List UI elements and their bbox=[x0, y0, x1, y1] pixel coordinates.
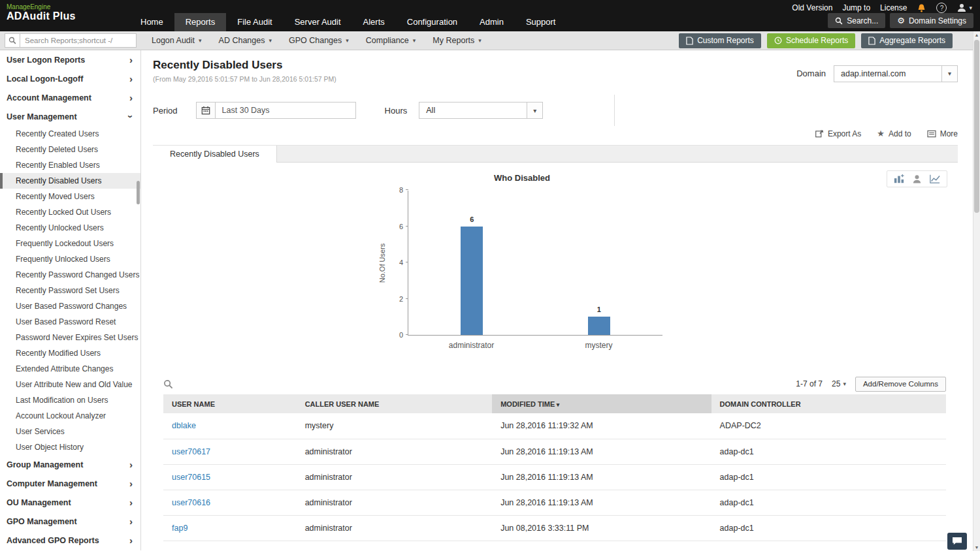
sidebar-item-frequently-unlocked-users[interactable]: Frequently Unlocked Users bbox=[0, 251, 140, 267]
tab-recently-disabled-users[interactable]: Recently Disabled Users bbox=[153, 146, 277, 163]
more-button[interactable]: More bbox=[927, 129, 958, 138]
sidebar-item-user-object-history[interactable]: User Object History bbox=[0, 439, 140, 455]
sidebar-item-frequently-lockedout-users[interactable]: Frequently Lockedout Users bbox=[0, 236, 140, 251]
sidebar-item-recently-locked-out-users[interactable]: Recently Locked Out Users bbox=[0, 204, 140, 220]
sidebar-scrollbar[interactable] bbox=[137, 181, 140, 204]
sidebar-item-user-services[interactable]: User Services bbox=[0, 424, 140, 439]
aggregate-reports-button[interactable]: Aggregate Reports bbox=[861, 33, 953, 48]
aggregate-reports-label: Aggregate Reports bbox=[879, 36, 945, 45]
main-content: Recently Disabled Users (From May 29,201… bbox=[141, 50, 980, 550]
live-chat-button[interactable] bbox=[947, 533, 967, 550]
menu-compliance[interactable]: Compliance▾ bbox=[357, 36, 425, 45]
domain-settings-label: Domain Settings bbox=[909, 16, 966, 25]
nav-tab-server-audit[interactable]: Server Audit bbox=[284, 13, 352, 31]
y-tick-label: 6 bbox=[399, 223, 403, 230]
cell-user-name[interactable]: user70616 bbox=[163, 490, 297, 515]
sidebar-group-other-ad-object-changes[interactable]: Other AD Object Changes› bbox=[0, 550, 140, 550]
add-to-button[interactable]: ★ Add to bbox=[877, 129, 911, 138]
line-chart-icon[interactable] bbox=[929, 174, 941, 184]
search-icon[interactable] bbox=[5, 33, 20, 48]
cell-user-name[interactable]: user70617 bbox=[163, 439, 297, 464]
sidebar-group-advanced-gpo-reports[interactable]: Advanced GPO Reports› bbox=[0, 531, 140, 550]
custom-reports-button[interactable]: Custom Reports bbox=[679, 33, 761, 48]
nav-tab-admin[interactable]: Admin bbox=[468, 13, 515, 31]
nav-tab-home[interactable]: Home bbox=[129, 13, 174, 31]
chart-bar[interactable] bbox=[588, 317, 610, 335]
sidebar-group-computer-management[interactable]: Computer Management› bbox=[0, 474, 140, 493]
cell-modified-time: Jun 28,2016 11:19:13 AM bbox=[492, 439, 711, 464]
top-link-jump-to[interactable]: Jump to bbox=[842, 3, 870, 12]
cell-user-name[interactable]: fap9 bbox=[163, 515, 297, 541]
sidebar-item-user-attribute-new-and-old-value[interactable]: User Attribute New and Old Value bbox=[0, 377, 140, 392]
sidebar-group-gpo-management[interactable]: GPO Management› bbox=[0, 512, 140, 531]
scroll-up-icon[interactable]: ▲ bbox=[973, 31, 980, 39]
nav-tab-support[interactable]: Support bbox=[515, 13, 567, 31]
table-toolbar: 1-7 of 7 25 ▾ Add/Remove Columns bbox=[163, 373, 946, 394]
user-account-menu[interactable]: ▾ bbox=[956, 3, 972, 13]
global-search-button[interactable]: Search... bbox=[828, 13, 885, 28]
chart-bar[interactable] bbox=[461, 227, 483, 336]
bar-chart-icon[interactable] bbox=[893, 174, 905, 184]
page-scrollbar[interactable]: ▲ ▼ bbox=[973, 31, 980, 551]
domain-settings-button[interactable]: ⚙ Domain Settings bbox=[890, 13, 973, 28]
column-header-user-name[interactable]: USER NAME bbox=[163, 394, 297, 413]
sidebar-group-user-logon-reports[interactable]: User Logon Reports› bbox=[0, 50, 140, 69]
report-search-input[interactable] bbox=[20, 33, 137, 48]
nav-tab-reports[interactable]: Reports bbox=[174, 13, 227, 31]
period-input[interactable]: Last 30 Days bbox=[216, 102, 356, 119]
sidebar-item-recently-password-set-users[interactable]: Recently Password Set Users bbox=[0, 283, 140, 298]
sidebar-item-recently-password-changed-users[interactable]: Recently Password Changed Users bbox=[0, 267, 140, 283]
help-icon[interactable]: ? bbox=[936, 3, 947, 13]
sidebar-item-recently-modified-users[interactable]: Recently Modified Users bbox=[0, 345, 140, 361]
main-nav: HomeReportsFile AuditServer AuditAlertsC… bbox=[129, 13, 567, 31]
menu-my-reports[interactable]: My Reports▾ bbox=[424, 36, 489, 45]
nav-tab-alerts[interactable]: Alerts bbox=[352, 13, 396, 31]
column-header-domain-controller[interactable]: DOMAIN CONTROLLER bbox=[711, 394, 946, 413]
sidebar-item-account-lockout-analyzer[interactable]: Account Lockout Analyzer bbox=[0, 408, 140, 424]
sidebar-item-user-based-password-changes[interactable]: User Based Password Changes bbox=[0, 298, 140, 314]
sidebar-group-group-management[interactable]: Group Management› bbox=[0, 455, 140, 474]
menu-ad-changes[interactable]: AD Changes▾ bbox=[210, 36, 280, 45]
table-row: user70617administratorJun 28,2016 11:19:… bbox=[163, 439, 946, 464]
top-link-license[interactable]: License bbox=[880, 3, 907, 12]
scrollbar-thumb[interactable] bbox=[974, 40, 979, 213]
add-remove-columns-button[interactable]: Add/Remove Columns bbox=[855, 377, 946, 392]
cell-user-name[interactable]: user70615 bbox=[163, 464, 297, 490]
nav-tab-file-audit[interactable]: File Audit bbox=[226, 13, 283, 31]
notification-bell-icon[interactable] bbox=[917, 3, 926, 13]
sidebar-item-recently-unlocked-users[interactable]: Recently Unlocked Users bbox=[0, 220, 140, 236]
menu-gpo-changes[interactable]: GPO Changes▾ bbox=[280, 36, 357, 45]
top-link-old-version[interactable]: Old Version bbox=[792, 3, 832, 12]
sidebar-item-recently-created-users[interactable]: Recently Created Users bbox=[0, 126, 140, 142]
cell-user-name[interactable]: dblake bbox=[163, 413, 297, 439]
sidebar-item-recently-moved-users[interactable]: Recently Moved Users bbox=[0, 189, 140, 204]
column-header-modified-time[interactable]: MODIFIED TIME ▾ bbox=[492, 394, 711, 413]
sidebar-item-recently-disabled-users[interactable]: Recently Disabled Users bbox=[0, 173, 140, 189]
sidebar-item-extended-attribute-changes[interactable]: Extended Attribute Changes bbox=[0, 361, 140, 377]
user-summary-icon[interactable] bbox=[912, 174, 922, 184]
sidebar-item-last-modification-on-users[interactable]: Last Modification on Users bbox=[0, 392, 140, 408]
scroll-down-icon[interactable]: ▼ bbox=[973, 544, 980, 551]
sidebar-group-account-management[interactable]: Account Management› bbox=[0, 88, 140, 107]
nav-tab-configuration[interactable]: Configuration bbox=[396, 13, 468, 31]
sidebar-group-user-management[interactable]: User Management› bbox=[0, 107, 140, 126]
column-header-caller-user-name[interactable]: CALLER USER NAME bbox=[297, 394, 493, 413]
hours-select[interactable]: All ▾ bbox=[419, 102, 543, 119]
sidebar-item-user-based-password-reset[interactable]: User Based Password Reset bbox=[0, 314, 140, 330]
report-search-box bbox=[5, 33, 137, 48]
schedule-reports-label: Schedule Reports bbox=[786, 36, 848, 45]
chevron-down-icon: ▾ bbox=[941, 66, 957, 82]
export-as-button[interactable]: Export As bbox=[815, 129, 861, 138]
page-size-select[interactable]: 25 ▾ bbox=[832, 379, 846, 388]
calendar-icon[interactable] bbox=[196, 102, 216, 119]
table-search-icon[interactable] bbox=[163, 379, 173, 389]
schedule-reports-button[interactable]: Schedule Reports bbox=[767, 33, 855, 48]
sidebar-group-local-logon-logoff[interactable]: Local Logon-Logoff› bbox=[0, 69, 140, 88]
sidebar-group-ou-management[interactable]: OU Management› bbox=[0, 493, 140, 512]
domain-select[interactable]: adap.internal.com ▾ bbox=[834, 65, 958, 82]
sidebar-item-recently-deleted-users[interactable]: Recently Deleted Users bbox=[0, 142, 140, 157]
filter-divider bbox=[614, 95, 615, 126]
sidebar-item-password-never-expires-set-users[interactable]: Password Never Expires Set Users bbox=[0, 330, 140, 345]
sidebar-item-recently-enabled-users[interactable]: Recently Enabled Users bbox=[0, 157, 140, 173]
menu-logon-audit[interactable]: Logon Audit▾ bbox=[143, 36, 210, 45]
